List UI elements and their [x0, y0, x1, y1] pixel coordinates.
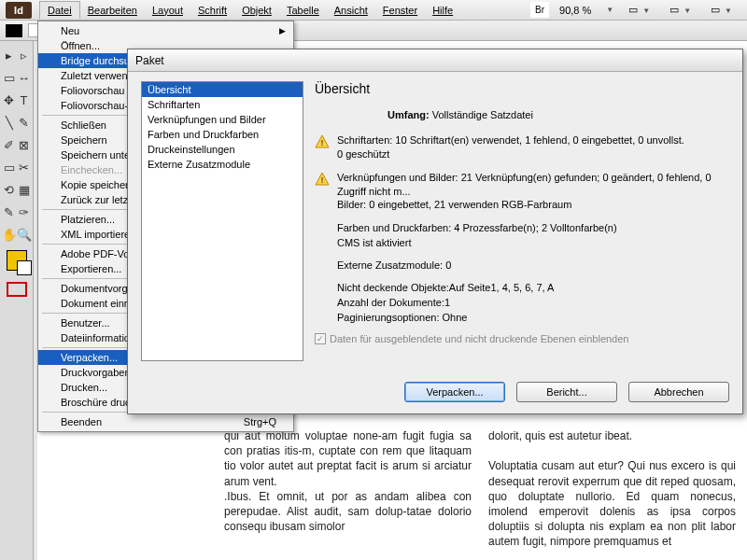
rectangle-frame-tool[interactable]: ⊠ [17, 134, 31, 155]
menu-item[interactable]: Neu▶ [38, 23, 293, 38]
bridge-button[interactable]: Br [530, 2, 549, 18]
menu-objekt[interactable]: Objekt [234, 2, 279, 19]
warning-icon: ! [315, 134, 330, 149]
view-mode-icon[interactable]: ▭▼ [624, 1, 659, 19]
zoom-tool[interactable]: 🔍 [17, 224, 31, 245]
page-tool[interactable]: ▭ [2, 67, 16, 88]
free-transform-tool[interactable]: ⟲ [2, 179, 16, 200]
dialog-heading: Übersicht [315, 81, 729, 96]
text-column-2: dolorit, quis est autetur ibeat. Volupta… [488, 428, 736, 560]
menubar: Id Datei Bearbeiten Layout Schrift Objek… [0, 0, 747, 21]
menubar-right: Br 90,8 % ▼ ▭▼ ▭▼ ▭▼ [530, 1, 747, 19]
warning-icon: ! [315, 172, 330, 187]
checkbox-label: Daten für ausgeblendete und nicht drucke… [330, 333, 628, 344]
fonts-summary: Schriftarten: 10 Schriftart(en) verwende… [337, 133, 729, 161]
gap-tool[interactable]: ↔ [17, 67, 31, 88]
stroke-swatch[interactable] [7, 282, 27, 297]
package-button[interactable]: Verpacken... [404, 382, 505, 402]
menu-bearbeiten[interactable]: Bearbeiten [80, 2, 145, 19]
screen-mode-icon[interactable]: ▭▼ [665, 1, 700, 19]
menu-hilfe[interactable]: Hilfe [425, 2, 460, 19]
line-tool[interactable]: ╲ [2, 112, 16, 133]
menu-fenster[interactable]: Fenster [375, 2, 425, 19]
pen-tool[interactable]: ✎ [17, 112, 31, 133]
hand-tool[interactable]: ✋ [2, 224, 16, 245]
menu-schrift[interactable]: Schrift [190, 2, 234, 19]
measure-tool[interactable]: ✑ [17, 202, 31, 222]
dialog-title: Paket [128, 49, 742, 72]
svg-text:!: ! [321, 138, 324, 147]
plugins-summary: Externe Zusatzmodule: 0 [337, 259, 729, 273]
fill-stroke-swatch[interactable] [7, 250, 27, 271]
menu-ansicht[interactable]: Ansicht [327, 2, 375, 19]
dialog-button-row: Verpacken... Bericht... Abbrechen [128, 376, 742, 413]
selection-tool[interactable]: ▸ [2, 45, 16, 65]
eyedropper-tool[interactable]: ✎ [2, 202, 16, 222]
content-tool[interactable]: ✥ [2, 90, 16, 110]
fill-swatch[interactable] [6, 24, 22, 37]
cancel-button[interactable]: Abbrechen [628, 382, 729, 402]
report-button[interactable]: Bericht... [516, 382, 617, 402]
category-listbox[interactable]: ÜbersichtSchriftartenVerknüpfungen und B… [141, 81, 303, 361]
rectangle-tool[interactable]: ▭ [2, 157, 16, 177]
list-item[interactable]: Externe Zusatzmodule [142, 157, 303, 172]
app-logo: Id [6, 2, 32, 19]
checkbox-icon[interactable]: ✓ [315, 333, 326, 344]
colors-summary: Farben und Druckfarben: 4 Prozessfarbe(n… [337, 221, 729, 251]
zoom-dropdown-icon[interactable]: ▼ [601, 3, 618, 17]
menu-tabelle[interactable]: Tabelle [279, 2, 327, 19]
scissors-tool[interactable]: ✂ [17, 157, 31, 177]
list-item[interactable]: Druckeinstellungen [142, 142, 303, 157]
tool-panel: ▸▹ ▭↔ ✥T ╲✎ ✐⊠ ▭✂ ⟲▦ ✎✑ ✋🔍 [0, 41, 34, 560]
scope-row: Umfang: Vollständige Satzdatei [388, 109, 729, 120]
arrange-icon[interactable]: ▭▼ [706, 1, 741, 19]
gradient-tool[interactable]: ▦ [17, 179, 31, 200]
misc-summary: Nicht deckende Objekte:Auf Seite1, 4, 5,… [337, 281, 729, 326]
zoom-field[interactable]: 90,8 % [555, 2, 596, 19]
list-item[interactable]: Schriftarten [142, 97, 303, 112]
dialog-sidebar: ÜbersichtSchriftartenVerknüpfungen und B… [128, 72, 311, 376]
list-item[interactable]: Übersicht [142, 82, 303, 97]
text-column-1: qui aut molum voluptae none-am fugit fug… [224, 428, 472, 560]
menu-item[interactable]: BeendenStrg+Q [38, 414, 293, 429]
svg-text:!: ! [321, 175, 324, 185]
dialog-main: Übersicht Umfang: Vollständige Satzdatei… [311, 72, 742, 376]
links-summary: Verknüpfungen und Bilder: 21 Verknüpfung… [337, 171, 729, 213]
hidden-layers-checkbox-row[interactable]: ✓ Daten für ausgeblendete und nicht druc… [315, 333, 729, 344]
menu-datei[interactable]: Datei [39, 1, 80, 19]
list-item[interactable]: Farben und Druckfarben [142, 127, 303, 142]
direct-selection-tool[interactable]: ▹ [17, 45, 31, 65]
list-item[interactable]: Verknüpfungen und Bilder [142, 112, 303, 127]
menu-layout[interactable]: Layout [145, 2, 190, 19]
type-tool[interactable]: T [17, 90, 31, 110]
pencil-tool[interactable]: ✐ [2, 134, 16, 155]
package-dialog: Paket ÜbersichtSchriftartenVerknüpfungen… [127, 49, 743, 414]
